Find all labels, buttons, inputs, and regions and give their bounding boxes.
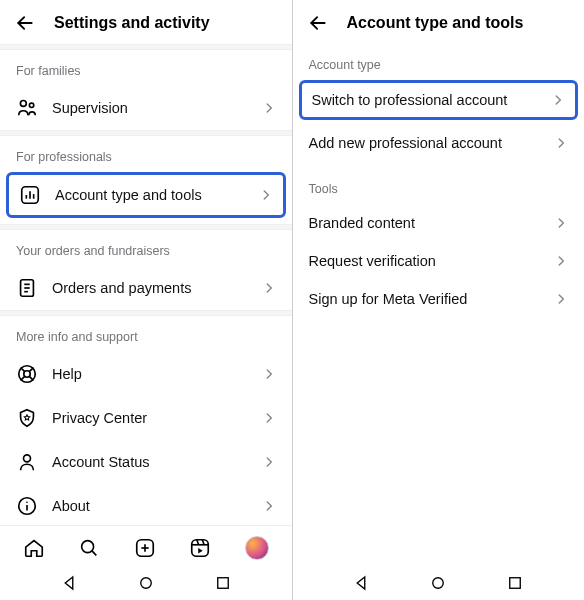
- section-professionals: For professionals: [0, 136, 292, 172]
- settings-header: Settings and activity: [0, 0, 292, 44]
- svg-point-12: [24, 371, 30, 377]
- nav-recent-icon[interactable]: [214, 574, 232, 592]
- section-tools: Tools: [293, 162, 585, 204]
- row-label: Privacy Center: [52, 410, 248, 426]
- row-account-status[interactable]: Account Status: [0, 440, 292, 484]
- chevron-right-icon: [551, 93, 565, 107]
- row-label: Add new professional account: [309, 135, 541, 151]
- add-post-icon[interactable]: [134, 537, 156, 559]
- page-title: Settings and activity: [54, 14, 210, 32]
- back-icon[interactable]: [14, 12, 36, 34]
- svg-rect-26: [192, 540, 209, 557]
- svg-line-13: [21, 368, 25, 372]
- highlighted-account-type: Account type and tools: [6, 172, 286, 218]
- section-orders: Your orders and fundraisers: [0, 230, 292, 266]
- android-nav: [0, 564, 292, 600]
- chevron-right-icon: [262, 499, 276, 513]
- row-label: Switch to professional account: [312, 92, 538, 108]
- svg-point-1: [20, 100, 26, 106]
- row-label: Help: [52, 366, 248, 382]
- row-orders-payments[interactable]: Orders and payments: [0, 266, 292, 310]
- svg-point-21: [82, 541, 94, 553]
- row-supervision[interactable]: Supervision: [0, 86, 292, 130]
- page-title: Account type and tools: [347, 14, 524, 32]
- info-icon: [16, 495, 38, 517]
- chevron-right-icon: [262, 101, 276, 115]
- row-label: Account Status: [52, 454, 248, 470]
- chevron-right-icon: [259, 188, 273, 202]
- row-branded-content[interactable]: Branded content: [293, 204, 585, 242]
- svg-point-33: [433, 578, 444, 589]
- row-label: Account type and tools: [55, 187, 245, 203]
- svg-point-30: [140, 578, 151, 589]
- nav-home-icon[interactable]: [429, 574, 447, 592]
- section-families: For families: [0, 50, 292, 86]
- svg-point-19: [26, 502, 28, 504]
- svg-line-22: [92, 551, 96, 555]
- help-icon: [16, 363, 38, 385]
- row-label: Orders and payments: [52, 280, 248, 296]
- android-nav: [293, 564, 585, 600]
- person-icon: [16, 451, 38, 473]
- svg-line-16: [29, 376, 33, 380]
- svg-point-2: [29, 103, 33, 107]
- shield-star-icon: [16, 407, 38, 429]
- back-icon[interactable]: [307, 12, 329, 34]
- chevron-right-icon: [554, 216, 568, 230]
- row-about[interactable]: About: [0, 484, 292, 525]
- nav-recent-icon[interactable]: [506, 574, 524, 592]
- nav-back-icon[interactable]: [352, 574, 370, 592]
- svg-point-17: [24, 455, 31, 462]
- home-icon[interactable]: [23, 537, 45, 559]
- nav-back-icon[interactable]: [60, 574, 78, 592]
- svg-line-15: [21, 376, 25, 380]
- profile-avatar[interactable]: [245, 536, 269, 560]
- row-label: Branded content: [309, 215, 541, 231]
- row-account-type-tools[interactable]: Account type and tools: [9, 175, 283, 215]
- row-label: Sign up for Meta Verified: [309, 291, 541, 307]
- row-meta-verified[interactable]: Sign up for Meta Verified: [293, 280, 585, 318]
- receipt-icon: [16, 277, 38, 299]
- row-add-professional[interactable]: Add new professional account: [293, 124, 585, 162]
- row-label: Supervision: [52, 100, 248, 116]
- reels-icon[interactable]: [189, 537, 211, 559]
- row-help[interactable]: Help: [0, 352, 292, 396]
- row-privacy-center[interactable]: Privacy Center: [0, 396, 292, 440]
- chevron-right-icon: [554, 136, 568, 150]
- chevron-right-icon: [262, 455, 276, 469]
- account-type-header: Account type and tools: [293, 0, 585, 44]
- row-label: About: [52, 498, 248, 514]
- row-label: Request verification: [309, 253, 541, 269]
- svg-rect-31: [218, 578, 229, 589]
- chevron-right-icon: [554, 292, 568, 306]
- svg-line-14: [29, 368, 33, 372]
- row-switch-professional[interactable]: Switch to professional account: [302, 83, 576, 117]
- chart-icon: [19, 184, 41, 206]
- settings-list: For families Supervision For professiona…: [0, 44, 292, 525]
- chevron-right-icon: [262, 411, 276, 425]
- section-account-type: Account type: [293, 44, 585, 80]
- account-type-list: Account type Switch to professional acco…: [293, 44, 585, 564]
- search-icon[interactable]: [78, 537, 100, 559]
- row-request-verification[interactable]: Request verification: [293, 242, 585, 280]
- chevron-right-icon: [262, 367, 276, 381]
- supervision-icon: [16, 97, 38, 119]
- settings-panel: Settings and activity For families Super…: [0, 0, 293, 600]
- chevron-right-icon: [554, 254, 568, 268]
- chevron-right-icon: [262, 281, 276, 295]
- highlighted-switch-professional: Switch to professional account: [299, 80, 579, 120]
- tab-bar: [0, 525, 292, 564]
- svg-rect-34: [510, 578, 521, 589]
- section-more: More info and support: [0, 316, 292, 352]
- nav-home-icon[interactable]: [137, 574, 155, 592]
- account-type-panel: Account type and tools Account type Swit…: [293, 0, 585, 600]
